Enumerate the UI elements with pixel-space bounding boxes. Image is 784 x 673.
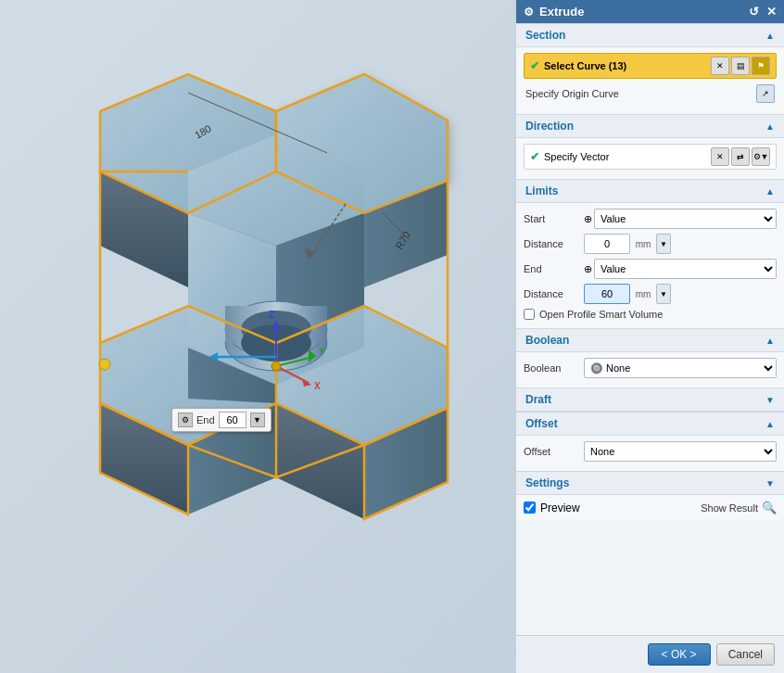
- specify-vector-icons: ✕ ⇄ ⚙▼: [711, 147, 770, 166]
- limits-end-select[interactable]: Value: [594, 259, 777, 279]
- end-dropdown-icon[interactable]: ▼: [250, 413, 265, 427]
- extrude-panel: ⚙ Extrude ↺ ✕ Section ▲ ✔ Select Curve (…: [515, 0, 784, 673]
- vector-icon-x[interactable]: ✕: [711, 147, 729, 166]
- limits-section-header[interactable]: Limits ▲: [516, 179, 784, 203]
- offset-row: Offset None Symmetric Asymmetric: [524, 441, 777, 462]
- gear-icon: ⚙: [524, 6, 534, 19]
- settings-section-header[interactable]: Settings ▼: [516, 471, 784, 495]
- magnifier-icon[interactable]: 🔍: [762, 501, 777, 514]
- settings-right: Show Result 🔍: [701, 501, 777, 514]
- limits-section-chevron: ▲: [765, 186, 775, 197]
- settings-row: Preview Show Result 🔍: [524, 501, 777, 514]
- panel-title: Extrude: [539, 5, 584, 19]
- boolean-section-title: Boolean: [525, 334, 569, 347]
- panel-titlebar: ⚙ Extrude ↺ ✕: [516, 0, 784, 23]
- direction-section-header[interactable]: Direction ▲: [516, 114, 784, 138]
- svg-text:X: X: [314, 381, 321, 391]
- limits-dist-start-unit: mm: [630, 239, 656, 249]
- specify-origin-row: Specify Origin Curve ↗: [524, 83, 777, 105]
- limits-dist-end-label: Distance: [524, 288, 584, 299]
- open-profile-checkbox[interactable]: [524, 309, 535, 320]
- boolean-row: Boolean 🔘 None Unite Subtract Intersect: [524, 358, 777, 378]
- section-section-title: Section: [525, 29, 565, 42]
- direction-section-content: ✔ Specify Vector ✕ ⇄ ⚙▼: [516, 138, 784, 179]
- specify-origin-label: Specify Origin Curve: [525, 88, 619, 99]
- offset-section-title: Offset: [525, 417, 558, 430]
- select-curve-check: ✔: [530, 59, 539, 72]
- direction-section-chevron: ▲: [765, 121, 775, 132]
- svg-point-40: [99, 359, 110, 370]
- limits-dist-end-unit: mm: [630, 289, 656, 299]
- offset-select[interactable]: None Symmetric Asymmetric: [584, 441, 777, 462]
- open-profile-label: Open Profile Smart Volume: [539, 309, 663, 320]
- icon-btn-flag[interactable]: ⚑: [752, 57, 770, 75]
- preview-label: Preview: [540, 502, 580, 514]
- end-value-input[interactable]: 60: [219, 412, 247, 428]
- limits-dist-end-input[interactable]: [584, 284, 630, 304]
- boolean-section-header[interactable]: Boolean ▲: [516, 328, 784, 352]
- settings-section-title: Settings: [525, 476, 569, 489]
- vector-icon-reverse[interactable]: ⇄: [731, 147, 750, 166]
- vector-icon-more[interactable]: ⚙▼: [752, 147, 770, 166]
- ok-button[interactable]: < OK >: [648, 643, 711, 666]
- svg-text:Z: Z: [269, 310, 274, 320]
- boolean-section-chevron: ▲: [765, 336, 775, 346]
- titlebar-left: ⚙ Extrude: [524, 5, 584, 19]
- boolean-row-label: Boolean: [524, 362, 584, 374]
- offset-section-header[interactable]: Offset ▲: [516, 412, 784, 436]
- limits-dist-end-row: Distance mm ▼: [524, 284, 777, 304]
- section-section-header[interactable]: Section ▲: [516, 23, 784, 47]
- boolean-section-content: Boolean 🔘 None Unite Subtract Intersect: [516, 352, 784, 387]
- draft-section-header[interactable]: Draft ▼: [516, 387, 784, 412]
- direction-section-title: Direction: [525, 120, 574, 133]
- boolean-select[interactable]: 🔘 None Unite Subtract Intersect: [584, 358, 777, 378]
- show-result-text: Show Result: [701, 502, 758, 514]
- svg-text:Y: Y: [319, 347, 325, 357]
- limits-dist-start-row: Distance 0 mm ▼: [524, 234, 777, 254]
- limits-dist-start-input[interactable]: 0: [584, 234, 630, 254]
- cancel-button[interactable]: Cancel: [716, 643, 775, 666]
- select-curve-label: Select Curve (13): [544, 60, 706, 71]
- settings-left: Preview: [524, 502, 580, 514]
- limits-end-row: End ⊕ Value: [524, 259, 777, 279]
- limits-end-icon: ⊕: [584, 263, 592, 275]
- offset-section-content: Offset None Symmetric Asymmetric: [516, 436, 784, 471]
- limits-start-select[interactable]: Value: [594, 209, 777, 229]
- titlebar-right: ↺ ✕: [749, 5, 777, 19]
- limits-dist-start-label: Distance: [524, 238, 584, 249]
- specify-vector-row: ✔ Specify Vector ✕ ⇄ ⚙▼: [524, 144, 777, 170]
- section-section-chevron: ▲: [765, 31, 775, 41]
- reset-icon[interactable]: ↺: [749, 5, 759, 19]
- action-buttons: < OK > Cancel: [516, 635, 784, 673]
- end-label: End: [196, 414, 215, 425]
- limits-start-icon: ⊕: [584, 213, 592, 225]
- specify-vector-label: Specify Vector: [544, 151, 706, 162]
- draft-section-title: Draft: [525, 393, 551, 406]
- popup-icon: ⚙: [178, 413, 193, 427]
- 3d-viewport[interactable]: Z Y X R70 180 ⚙ End 60 ▼: [0, 0, 515, 673]
- preview-checkbox[interactable]: [524, 502, 536, 514]
- draft-section-chevron: ▼: [765, 395, 775, 405]
- limits-dist-end-dropdown[interactable]: ▼: [656, 284, 671, 304]
- settings-section-content: Preview Show Result 🔍: [516, 495, 784, 520]
- select-curve-icons: ✕ ▤ ⚑: [711, 57, 770, 75]
- close-icon[interactable]: ✕: [766, 5, 777, 19]
- limits-end-select-wrap: ⊕ Value: [584, 259, 777, 279]
- offset-section-chevron: ▲: [765, 419, 775, 429]
- svg-point-28: [272, 362, 281, 371]
- specify-origin-icon-btn[interactable]: ↗: [756, 84, 775, 103]
- specify-vector-check: ✔: [530, 150, 539, 163]
- limits-start-select-wrap: ⊕ Value: [584, 209, 777, 229]
- icon-btn-x[interactable]: ✕: [711, 57, 729, 75]
- limits-start-row: Start ⊕ Value: [524, 209, 777, 229]
- limits-section-title: Limits: [525, 184, 558, 197]
- limits-start-label: Start: [524, 213, 584, 224]
- icon-btn-filter[interactable]: ▤: [731, 57, 750, 75]
- offset-row-label: Offset: [524, 446, 584, 457]
- limits-dist-start-dropdown[interactable]: ▼: [656, 234, 671, 254]
- limits-section-content: Start ⊕ Value Distance 0 mm ▼ End ⊕ Valu…: [516, 203, 784, 328]
- end-value-popup: ⚙ End 60 ▼: [171, 408, 272, 432]
- limits-end-label: End: [524, 263, 584, 274]
- section-section-content: ✔ Select Curve (13) ✕ ▤ ⚑ Specify Origin…: [516, 47, 784, 114]
- select-curve-row: ✔ Select Curve (13) ✕ ▤ ⚑: [524, 53, 777, 79]
